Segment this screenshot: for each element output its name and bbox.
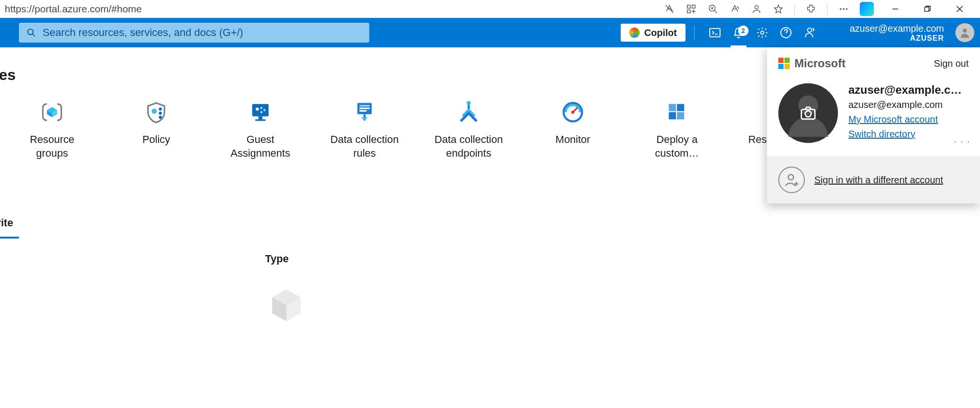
svg-point-9 — [28, 29, 34, 35]
service-label: Deploy a custom… — [639, 133, 715, 160]
service-label: Data collection rules — [327, 133, 402, 160]
copilot-label: Copilot — [644, 27, 677, 38]
svg-point-16 — [159, 107, 162, 111]
svg-point-13 — [807, 28, 811, 32]
user-tenant: AZUSER — [850, 34, 944, 43]
service-label: Res — [748, 133, 766, 147]
apps-icon[interactable] — [686, 3, 697, 15]
svg-point-4 — [755, 5, 758, 9]
svg-rect-33 — [669, 104, 676, 111]
different-account-label: Sign in with a different account — [814, 175, 943, 186]
svg-point-39 — [805, 111, 811, 117]
data-collection-endpoints-icon — [454, 98, 483, 126]
read-aloud-off-icon[interactable] — [664, 3, 675, 15]
policy-icon — [142, 98, 170, 126]
feedback-button[interactable] — [798, 27, 821, 39]
microsoft-wordmark: Microsoft — [794, 57, 846, 70]
column-header-type: Type — [265, 253, 980, 265]
service-label: Guest Assignments — [223, 133, 298, 160]
help-button[interactable] — [774, 27, 798, 39]
tab-favorite[interactable]: orite — [0, 217, 980, 229]
service-resource-groups[interactable]: Resource groups — [14, 98, 90, 160]
immersive-reader-icon[interactable] — [729, 3, 740, 15]
notification-badge: 2 — [738, 26, 748, 36]
service-data-collection-endpoints[interactable]: Data collection endpoints — [431, 98, 507, 160]
settings-button[interactable] — [750, 27, 774, 39]
switch-directory-link[interactable]: Switch directory — [848, 129, 969, 140]
svg-point-24 — [263, 109, 266, 111]
svg-rect-34 — [677, 104, 684, 111]
service-label: Resource groups — [14, 133, 90, 160]
empty-placeholder-icon — [265, 284, 980, 328]
svg-point-22 — [256, 107, 259, 111]
user-email: azuser@example.com — [850, 23, 944, 34]
monitor-icon — [559, 98, 587, 126]
service-label: Monitor — [555, 133, 590, 147]
account-email: azuser@example.com — [848, 99, 969, 110]
cloud-shell-button[interactable] — [703, 27, 727, 39]
svg-rect-8 — [925, 7, 929, 11]
copilot-button[interactable]: Copilot — [621, 24, 686, 42]
url-text[interactable]: https://portal.azure.com/#home — [3, 3, 664, 15]
svg-point-11 — [760, 31, 764, 35]
microsoft-logo: Microsoft — [778, 57, 846, 70]
svg-point-5 — [840, 8, 842, 10]
service-guest-assignments[interactable]: Guest Assignments — [223, 98, 298, 160]
user-avatar[interactable] — [955, 23, 974, 42]
notifications-button[interactable]: 2 — [727, 27, 750, 39]
window-minimize-button[interactable] — [884, 2, 906, 16]
guest-assignments-icon — [246, 98, 275, 126]
copilot-mark-icon — [629, 27, 640, 38]
azure-portal-header: Copilot 2 azuser@example.com AZUSER — [0, 18, 980, 47]
profile-icon[interactable] — [751, 3, 762, 15]
svg-rect-19 — [252, 104, 269, 116]
service-data-collection-rules[interactable]: Data collection rules — [327, 98, 402, 160]
svg-rect-20 — [258, 116, 263, 120]
account-flyout: Microsoft Sign out azuser@example.c… azu… — [767, 47, 980, 204]
browser-toolbar — [664, 2, 977, 16]
separator — [827, 3, 828, 15]
svg-point-32 — [571, 111, 575, 114]
copilot-browser-icon[interactable] — [860, 2, 874, 16]
window-close-button[interactable] — [949, 2, 971, 16]
sign-in-different-account[interactable]: Sign in with a different account — [767, 156, 980, 204]
account-display-name: azuser@example.c… — [848, 83, 969, 97]
service-label: Data collection endpoints — [431, 133, 507, 160]
svg-point-6 — [843, 8, 845, 10]
svg-rect-21 — [255, 119, 266, 121]
account-block[interactable]: azuser@example.com AZUSER — [850, 23, 950, 43]
global-search[interactable] — [19, 23, 369, 43]
microsoft-logo-icon — [778, 58, 790, 69]
camera-icon — [799, 104, 817, 122]
deploy-custom-icon — [663, 98, 691, 126]
svg-point-30 — [467, 101, 471, 105]
svg-rect-10 — [710, 28, 720, 36]
svg-point-7 — [846, 8, 848, 10]
svg-point-17 — [159, 112, 162, 115]
svg-rect-2 — [687, 9, 690, 12]
svg-rect-29 — [359, 110, 366, 112]
more-icon[interactable] — [838, 3, 849, 15]
sign-out-link[interactable]: Sign out — [934, 58, 969, 69]
svg-rect-0 — [687, 5, 690, 8]
svg-point-25 — [260, 111, 263, 114]
account-more-button[interactable]: · · · — [954, 137, 971, 147]
service-deploy-custom[interactable]: Deploy a custom… — [639, 98, 715, 160]
svg-rect-36 — [677, 112, 684, 119]
service-monitor[interactable]: Monitor — [535, 98, 611, 160]
extensions-icon[interactable] — [805, 3, 817, 15]
search-input[interactable] — [43, 27, 362, 39]
window-restore-button[interactable] — [917, 2, 938, 16]
service-label: Policy — [143, 133, 170, 147]
separator — [794, 3, 795, 15]
my-microsoft-account-link[interactable]: My Microsoft account — [848, 114, 969, 125]
svg-rect-1 — [692, 5, 695, 8]
add-account-icon — [778, 167, 805, 193]
favorite-icon[interactable] — [773, 3, 784, 15]
browser-address-bar: https://portal.azure.com/#home — [0, 0, 980, 18]
zoom-icon[interactable] — [707, 3, 719, 15]
account-avatar[interactable] — [778, 83, 838, 143]
service-policy[interactable]: Policy — [118, 98, 194, 160]
svg-point-14 — [963, 28, 967, 33]
resource-groups-icon — [38, 98, 66, 126]
